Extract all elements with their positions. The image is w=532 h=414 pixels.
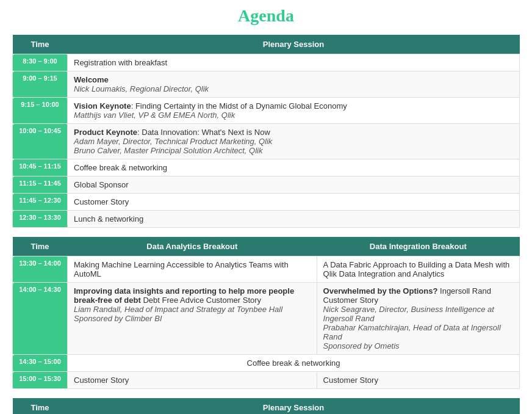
time-cell: 10:45 – 11:15 bbox=[13, 159, 68, 176]
session-cell: Global Sponsor bbox=[68, 176, 520, 194]
analytics-cell: Customer Story bbox=[68, 372, 317, 389]
section1-plenary-header: Plenary Session bbox=[68, 35, 520, 54]
table-row: 13:30 – 14:00Making Machine Learning Acc… bbox=[13, 256, 520, 283]
table-row: 9:00 – 9:15WelcomeNick Loumakis, Regiona… bbox=[13, 71, 520, 98]
session-cell: Registration with breakfast bbox=[68, 54, 520, 71]
session-cell: Customer Story bbox=[68, 194, 520, 211]
section3-plenary-header: Plenary Session bbox=[68, 398, 520, 414]
time-cell: 14:30 – 15:00 bbox=[13, 355, 68, 372]
table-row: 9:15 – 10:00Vision Keynote: Finding Cert… bbox=[13, 98, 520, 124]
time-cell: 14:00 – 14:30 bbox=[13, 283, 68, 355]
table-row: 10:00 – 10:45Product Keynote: Data Innov… bbox=[13, 124, 520, 159]
integration-cell: A Data Fabric Approach to Building a Dat… bbox=[317, 256, 519, 283]
session-cell: Lunch & networking bbox=[68, 211, 520, 228]
section1-time-header: Time bbox=[13, 35, 68, 54]
section1-table: Time Plenary Session 8:30 – 9:00Registra… bbox=[12, 35, 520, 228]
section2-table: Time Data Analytics Breakout Data Integr… bbox=[12, 237, 520, 389]
session-cell: Coffee break & networking bbox=[68, 159, 520, 176]
time-cell: 9:15 – 10:00 bbox=[13, 98, 68, 124]
time-cell: 9:00 – 9:15 bbox=[13, 71, 68, 98]
table-row: 14:30 – 15:00Coffee break & networking bbox=[13, 355, 520, 372]
table-row: 11:15 – 11:45Global Sponsor bbox=[13, 176, 520, 194]
table-row: 11:45 – 12:30Customer Story bbox=[13, 194, 520, 211]
session-cell: Product Keynote: Data Innovation: What's… bbox=[68, 124, 520, 159]
table-row: 14:00 – 14:30Improving data insights and… bbox=[13, 283, 520, 355]
table-row: 12:30 – 13:30Lunch & networking bbox=[13, 211, 520, 228]
time-cell: 8:30 – 9:00 bbox=[13, 54, 68, 71]
time-cell: 12:30 – 13:30 bbox=[13, 211, 68, 228]
time-cell: 15:00 – 15:30 bbox=[13, 372, 68, 389]
page-title: Agenda bbox=[12, 6, 520, 26]
table-row: 10:45 – 11:15Coffee break & networking bbox=[13, 159, 520, 176]
analytics-cell: Making Machine Learning Accessible to An… bbox=[68, 256, 317, 283]
section2-analytics-header: Data Analytics Breakout bbox=[68, 237, 317, 256]
time-cell: 10:00 – 10:45 bbox=[13, 124, 68, 159]
section2-time-header: Time bbox=[13, 237, 68, 256]
section3-time-header: Time bbox=[13, 398, 68, 414]
integration-cell: Overwhelmed by the Options? Ingersoll Ra… bbox=[317, 283, 519, 355]
section2-integration-header: Data Integration Breakout bbox=[317, 237, 519, 256]
table-row: 8:30 – 9:00Registration with breakfast bbox=[13, 54, 520, 71]
session-cell: Vision Keynote: Finding Certainty in the… bbox=[68, 98, 520, 124]
table-row: 15:00 – 15:30Customer StoryCustomer Stor… bbox=[13, 372, 520, 389]
session-cell: WelcomeNick Loumakis, Regional Director,… bbox=[68, 71, 520, 98]
analytics-cell: Improving data insights and reporting to… bbox=[68, 283, 317, 355]
time-cell: 13:30 – 14:00 bbox=[13, 256, 68, 283]
integration-cell: Customer Story bbox=[317, 372, 519, 389]
section3-table: Time Plenary Session 15:30 – 16:00Custom… bbox=[12, 398, 520, 414]
span-cell: Coffee break & networking bbox=[68, 355, 520, 372]
time-cell: 11:45 – 12:30 bbox=[13, 194, 68, 211]
time-cell: 11:15 – 11:45 bbox=[13, 176, 68, 194]
